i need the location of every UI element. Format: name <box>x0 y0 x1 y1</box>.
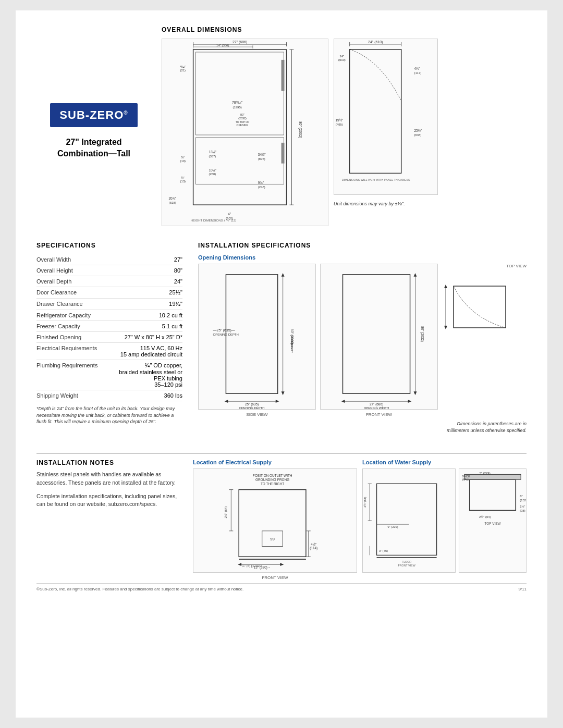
svg-text:27" (686): 27" (686) <box>232 40 247 44</box>
svg-text:½": ½" <box>181 176 185 179</box>
spec-value: 10.2 cu ft <box>117 310 182 321</box>
svg-text:(10): (10) <box>180 159 186 163</box>
svg-text:25½": 25½" <box>414 129 422 132</box>
spec-label: Door Clearance <box>36 287 117 299</box>
svg-text:(495): (495) <box>336 123 343 126</box>
page-number: 9/11 <box>518 587 527 591</box>
svg-text:80": 80" <box>240 113 244 116</box>
svg-text:13¼": 13¼" <box>209 150 217 154</box>
spec-row: Refrigerator Capacity 10.2 cu ft <box>36 310 182 321</box>
opening-diagrams: 80" (2032) OPENING HEIGHT 25" (635) OPEN… <box>198 264 527 434</box>
water-supply-diagrams: 2½" (64) 9" (229) 3" (76) FLOOR FR <box>362 468 527 573</box>
svg-text:25" (635): 25" (635) <box>245 402 259 406</box>
spec-row: Overall Depth 24" <box>36 276 182 287</box>
svg-text:FLOOR: FLOOR <box>402 561 411 564</box>
spec-row: Shipping Weight 360 lbs <box>36 390 182 401</box>
install-specs-column: INSTALLATION SPECIFICATIONS Opening Dime… <box>198 242 527 438</box>
middle-section: SPECIFICATIONS Overall Width 27" Overall… <box>36 242 527 438</box>
svg-text:(21): (21) <box>180 69 186 72</box>
svg-text:6": 6" <box>520 495 522 498</box>
svg-rect-4 <box>282 143 285 164</box>
svg-text:9¾": 9¾" <box>258 181 264 184</box>
svg-text:TOP VIEW: TOP VIEW <box>484 522 501 525</box>
spec-row: Door Clearance 25¹⁄₂" <box>36 287 182 299</box>
spec-value: 24" <box>117 276 182 287</box>
spec-row: Finished Opening 27" W x 80" H x 25" D* <box>36 332 182 343</box>
svg-text:(610): (610) <box>338 58 346 61</box>
installation-notes-column: INSTALLATION NOTES Stainless steel panel… <box>36 459 182 573</box>
spec-label: Electrical Requirements <box>36 343 117 360</box>
spec-row: Overall Width 27" <box>36 254 182 265</box>
svg-marker-98 <box>238 563 241 566</box>
svg-rect-0 <box>193 50 287 205</box>
dim-note: Unit dimensions may vary by ±¹⁄₈". <box>334 201 438 206</box>
svg-text:80" (2032): 80" (2032) <box>420 326 424 342</box>
svg-text:TO THE RIGHT: TO THE RIGHT <box>261 482 284 486</box>
svg-text:20³⁄₈": 20³⁄₈" <box>169 196 177 200</box>
overall-dim-title: OVERALL DIMENSIONS <box>162 26 527 33</box>
svg-text:(1995): (1995) <box>232 106 241 109</box>
spec-value: 80" <box>117 265 182 276</box>
svg-text:OPENING: OPENING <box>237 124 249 127</box>
page-footer: ©Sub-Zero, Inc. all rights reserved. Fea… <box>36 583 527 591</box>
top-section: SUB-ZERO® 27" IntegratedCombination—Tall… <box>36 26 527 226</box>
svg-text:19½": 19½" <box>336 118 344 122</box>
spec-label: Freezer Capacity <box>36 321 117 332</box>
front-view-svg: 80" (2032) 27" (686) OPENING WIDTH <box>321 264 437 409</box>
water-supply-label: Location of Water Supply <box>362 459 527 465</box>
svg-text:78⁹⁄₁₆": 78⁹⁄₁₆" <box>232 101 243 104</box>
spec-value: 115 V AC, 60 Hz 15 amp dedicated circuit <box>117 343 182 360</box>
spec-row: Drawer Clearance 19¹⁄₂" <box>36 299 182 310</box>
svg-text:3" (76): 3" (76) <box>379 549 388 552</box>
page: SUB-ZERO® 27" IntegratedCombination—Tall… <box>16 10 547 718</box>
water-front-svg: 2½" (64) 9" (229) 3" (76) FLOOR FR <box>363 469 455 572</box>
top-view-col: TOP VIEW 25" (635) OPENING DE <box>443 264 527 434</box>
electrical-front-view: 99 POSITION OUTLET WITH GROUNDING PRONG … <box>193 468 357 573</box>
svg-marker-64 <box>224 400 228 403</box>
svg-marker-59 <box>282 391 285 395</box>
supply-diagrams-column: Location of Electrical Supply 99 POSITIO… <box>193 459 527 573</box>
svg-rect-120 <box>470 479 516 510</box>
side-svg: 24" (610) 24" (610) 4⁵⁄₉" (117) 19½" (49… <box>334 39 437 194</box>
supply-row: Location of Electrical Supply 99 POSITIO… <box>193 459 527 573</box>
svg-marker-83 <box>444 326 447 329</box>
svg-marker-73 <box>414 391 417 395</box>
svg-text:HEIGHT: HEIGHT <box>290 341 293 353</box>
svg-marker-76 <box>341 400 345 403</box>
brand-name: SUB-ZERO <box>59 108 124 121</box>
bottom-section: INSTALLATION NOTES Stainless steel panel… <box>36 459 527 573</box>
install-specs-title: INSTALLATION SPECIFICATIONS <box>198 242 527 249</box>
svg-text:99: 99 <box>270 537 275 541</box>
svg-text:(13): (13) <box>180 180 186 183</box>
brand-logo: SUB-ZERO® <box>50 103 137 127</box>
svg-text:OPENING DEPTH: OPENING DEPTH <box>239 406 264 409</box>
svg-text:1½": 1½" <box>520 505 525 509</box>
svg-text:¹³⁄₁₆": ¹³⁄₁₆" <box>180 65 186 68</box>
svg-text:HEIGHT DIMENSIONS ± ½" (13): HEIGHT DIMENSIONS ± ½" (13) <box>191 219 237 222</box>
svg-text:2½" (64): 2½" (64) <box>363 497 366 507</box>
copyright-text: ©Sub-Zero, Inc. all rights reserved. Fea… <box>36 587 243 591</box>
opening-dim-label: Opening Dimensions <box>198 254 527 261</box>
spec-row: Electrical Requirements 115 V AC, 60 Hz … <box>36 343 182 360</box>
diagram-note: Dimensions in parentheses are in millime… <box>443 421 527 434</box>
spec-value: 360 lbs <box>117 390 182 401</box>
specs-column: SPECIFICATIONS Overall Width 27" Overall… <box>36 242 182 438</box>
spec-label: Refrigerator Capacity <box>36 310 117 321</box>
main-drawing-svg: 27" (686) 14" (356) 80" (2032) 78⁹⁄₁₆" <box>162 39 328 226</box>
svg-text:9" (229): 9" (229) <box>387 525 398 528</box>
specs-tbody: Overall Width 27" Overall Height 80" Ove… <box>36 254 182 401</box>
svg-rect-108 <box>377 484 437 555</box>
svg-text:10¼": 10¼" <box>209 168 217 172</box>
svg-text:—25" (635)—: —25" (635)— <box>213 328 235 332</box>
spec-value: ¹⁄₄" OD copper, braided stainless steel … <box>117 360 182 390</box>
svg-text:2½" (64): 2½" (64) <box>479 515 491 519</box>
side-drawing: 24" (610) 24" (610) 4⁵⁄₉" (117) 19½" (49… <box>334 39 438 195</box>
dim-diagram-area: 27" (686) 14" (356) 80" (2032) 78⁹⁄₁₆" <box>162 39 527 226</box>
install-notes-p2: Complete installation specifications, in… <box>36 492 182 509</box>
trademark: ® <box>124 109 128 115</box>
side-view: 80" (2032) OPENING HEIGHT 25" (635) OPEN… <box>198 264 316 410</box>
svg-rect-3 <box>282 60 285 91</box>
svg-text:¼" (6)  FLOOR: ¼" (6) FLOOR <box>242 564 262 567</box>
spec-note: *Depth is 24" from the front of the unit… <box>36 405 182 425</box>
svg-text:24": 24" <box>339 55 344 58</box>
